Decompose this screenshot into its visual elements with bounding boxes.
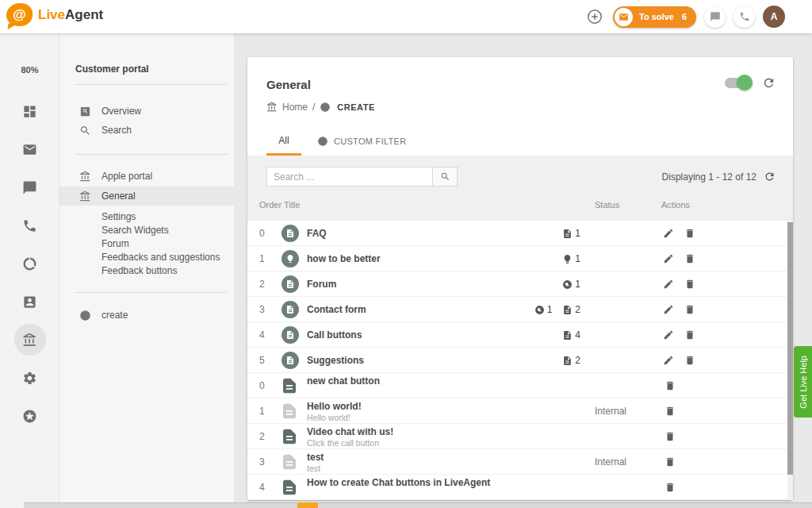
envelope-icon (615, 8, 633, 26)
plus-circle-icon (586, 8, 603, 25)
edit-icon[interactable] (663, 279, 674, 290)
data-usage-icon (22, 256, 37, 271)
refresh-icon[interactable] (762, 76, 776, 90)
calls-button[interactable] (733, 6, 755, 28)
dashboard-icon (22, 104, 37, 119)
row-title: Contact form (307, 297, 366, 322)
article-count: 4 (562, 329, 580, 341)
rail-item-chats[interactable] (0, 171, 59, 203)
overview-icon (79, 106, 91, 117)
nav-item-create[interactable]: create (59, 306, 234, 325)
pagination-status: Displaying 1 - 12 of 12 (662, 171, 756, 183)
rail-item-getting-started[interactable] (0, 400, 59, 432)
delete-icon[interactable] (684, 279, 695, 290)
document-icon (283, 378, 296, 394)
article-avatar-icon (282, 275, 299, 293)
delete-icon[interactable] (665, 380, 676, 391)
nav-subitem-search-widgets[interactable]: Search Widgets (102, 225, 169, 236)
rail-item-tickets[interactable] (0, 133, 59, 165)
nav-subitem-feedback-buttons[interactable]: Feedback buttons (102, 265, 177, 276)
nav-subitem-feedbacks[interactable]: Feedbacks and suggestions (102, 252, 220, 263)
liveagent-logo[interactable]: @ LiveAgent (6, 3, 103, 26)
user-avatar[interactable]: A (763, 6, 785, 28)
article-avatar-icon (282, 225, 299, 242)
portal-enabled-toggle[interactable] (725, 78, 751, 88)
search-submit-button[interactable] (433, 167, 458, 187)
settings-gear-icon (22, 371, 37, 386)
rail-item-reports[interactable] (0, 248, 59, 279)
chats-button[interactable] (704, 6, 726, 28)
delete-icon[interactable] (665, 431, 676, 442)
table-row[interactable]: 1 how to be better 1 (247, 246, 787, 271)
nav-item-apple-portal[interactable]: Apple portal (59, 167, 234, 186)
row-order: 1 (259, 246, 265, 271)
table-row[interactable]: 0 FAQ 1 (247, 221, 787, 246)
lightbulb-avatar-icon (282, 250, 299, 267)
rail-item-configuration[interactable] (0, 362, 59, 394)
top-header: @ LiveAgent To solve 6 A (0, 0, 812, 33)
table-row[interactable]: 4 Call buttons 4 (247, 322, 787, 348)
nav-item-label: create (102, 310, 128, 321)
nav-item-general[interactable]: General (59, 187, 234, 206)
add-button[interactable] (584, 6, 605, 28)
portal-bank-icon (79, 190, 91, 202)
table-row[interactable]: 3 test test Internal (247, 449, 787, 475)
delete-icon[interactable] (684, 304, 695, 315)
table-row[interactable]: 4 How to create Chat buttons in LiveAgen… (247, 475, 787, 500)
delete-icon[interactable] (684, 355, 695, 366)
table-row[interactable]: 3 Contact form 1 2 (247, 297, 787, 322)
article-icon (562, 229, 573, 239)
breadcrumb-home[interactable]: Home (282, 102, 308, 113)
star-badge-icon (22, 409, 37, 424)
table-scrollbar[interactable] (787, 221, 793, 500)
article-icon (562, 305, 573, 315)
breadcrumb: Home / CREATE (266, 102, 375, 113)
table-row[interactable]: 2 Video chat with us! Click the call but… (247, 424, 787, 449)
rail-item-customer-portal[interactable] (0, 324, 59, 356)
edit-icon[interactable] (663, 304, 674, 315)
edit-icon[interactable] (663, 228, 674, 239)
table-row[interactable]: 2 Forum 1 (247, 271, 787, 297)
delete-icon[interactable] (665, 482, 676, 493)
delete-icon[interactable] (684, 329, 695, 341)
edit-icon[interactable] (663, 355, 674, 366)
breadcrumb-create[interactable]: CREATE (337, 102, 374, 112)
rail-item-calls[interactable] (0, 210, 59, 241)
status-label: Internal (595, 449, 626, 475)
icon-rail: 80% (0, 33, 59, 508)
mail-icon (22, 142, 37, 157)
scrollbar-thumb[interactable] (787, 222, 793, 475)
tab-custom-filter[interactable]: CUSTOM FILTER (317, 127, 407, 156)
row-order: 3 (259, 297, 265, 322)
delete-icon[interactable] (684, 228, 695, 239)
delete-icon[interactable] (684, 253, 695, 264)
row-title: FAQ (307, 221, 327, 246)
nav-item-overview[interactable]: Overview (59, 102, 234, 121)
tab-all[interactable]: All (266, 127, 301, 156)
nav-item-search[interactable]: Search (59, 121, 234, 140)
edit-icon[interactable] (663, 253, 674, 264)
edit-icon[interactable] (663, 329, 674, 341)
col-title: Title (284, 200, 300, 210)
row-title: Hello world! (307, 402, 362, 412)
discussion-icon (562, 279, 573, 290)
logo-bubble-icon: @ (6, 3, 33, 26)
search-input[interactable] (266, 167, 433, 187)
phone-icon (739, 11, 750, 22)
nav-subitem-settings[interactable]: Settings (102, 211, 136, 222)
row-subtitle: Click the call button (307, 438, 393, 448)
rail-item-dashboard[interactable] (0, 95, 59, 127)
topic-count: 1 (534, 304, 553, 315)
table-row[interactable]: 0 new chat button (247, 373, 787, 398)
nav-subitem-forum[interactable]: Forum (102, 238, 129, 249)
table-row[interactable]: 1 Hello world! Hello world! Internal (247, 398, 787, 424)
delete-icon[interactable] (665, 406, 676, 417)
delete-icon[interactable] (665, 456, 676, 468)
lightbulb-icon (562, 254, 573, 264)
search-icon (440, 171, 450, 182)
rail-item-customers[interactable] (0, 286, 59, 318)
refresh-icon[interactable] (764, 171, 776, 183)
get-live-help-button[interactable]: Get Live Help (794, 346, 812, 418)
row-order: 4 (259, 322, 265, 348)
to-solve-button[interactable]: To solve 6 (613, 6, 696, 28)
